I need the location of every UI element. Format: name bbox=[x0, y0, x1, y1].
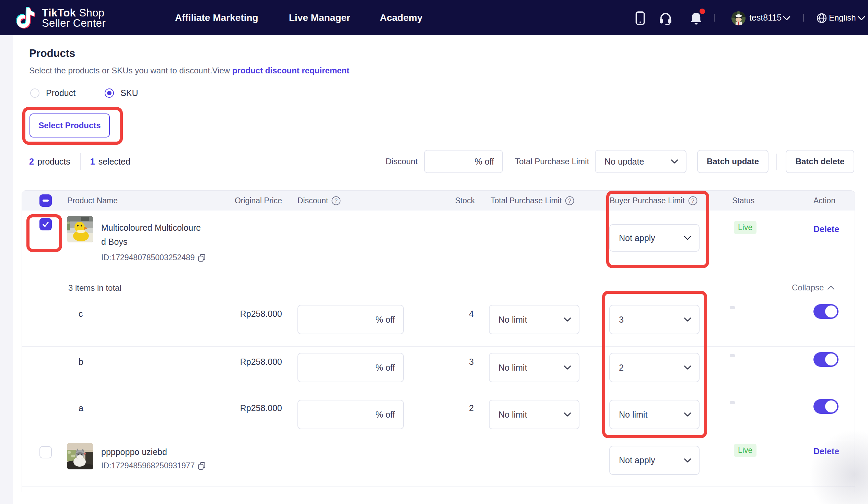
buyer-limit-value: Not apply bbox=[610, 233, 684, 243]
chevron-down-icon bbox=[684, 365, 691, 370]
batch-update-button[interactable]: Batch update bbox=[697, 150, 768, 173]
product-image-cat bbox=[67, 443, 93, 469]
select-products-button[interactable]: Select Products bbox=[30, 114, 110, 137]
page-subtitle: Select the products or SKUs you want to … bbox=[29, 66, 349, 75]
items-summary: 3 items in total bbox=[68, 283, 122, 293]
products-table: Product Name Original Price Discount ? S… bbox=[22, 190, 855, 492]
sku-buyer-purchase-limit-select[interactable]: No limit bbox=[609, 400, 700, 429]
sku-total-purchase-limit-select[interactable]: No limit bbox=[489, 400, 579, 429]
product-image-duck bbox=[67, 216, 93, 242]
help-circle-icon[interactable]: ? bbox=[688, 196, 698, 206]
chevron-down-icon bbox=[684, 235, 691, 240]
radio-product-label[interactable]: Product bbox=[46, 88, 75, 98]
col-status: Status bbox=[732, 191, 754, 210]
chevron-down-icon bbox=[564, 365, 571, 370]
sku-name: a bbox=[79, 403, 83, 413]
product-discount-requirement-link[interactable]: product discount requirement bbox=[232, 66, 349, 75]
nav-academy[interactable]: Academy bbox=[380, 0, 423, 35]
radio-product[interactable] bbox=[30, 88, 40, 98]
selected-count-label: selected bbox=[99, 157, 130, 167]
select-all-checkbox[interactable] bbox=[40, 195, 52, 207]
product-name[interactable]: ppppoppo uziebd bbox=[101, 445, 167, 459]
notification-bell-icon[interactable] bbox=[689, 12, 703, 26]
total-limit-value: No limit bbox=[489, 315, 564, 325]
svg-text:?: ? bbox=[335, 198, 338, 204]
status-placeholder-dash bbox=[730, 306, 735, 309]
status-placeholder-dash bbox=[730, 401, 735, 404]
sku-stock: 4 bbox=[434, 309, 474, 319]
discount-batch-input[interactable] bbox=[424, 150, 503, 173]
sku-row-a: a Rp258.000 2 No limit No limit bbox=[22, 394, 855, 440]
row-checkbox-checked[interactable] bbox=[40, 218, 52, 230]
radio-sku-label[interactable]: SKU bbox=[121, 88, 138, 98]
col-original-price: Original Price bbox=[200, 191, 282, 210]
buyer-purchase-limit-select[interactable]: Not apply bbox=[609, 446, 700, 475]
sku-price: Rp258.000 bbox=[200, 403, 282, 413]
buyer-limit-value: 2 bbox=[610, 363, 684, 373]
total-purchase-limit-batch-select[interactable]: No update bbox=[595, 150, 686, 173]
headset-support-icon[interactable] bbox=[659, 11, 672, 25]
sku-discount-input[interactable] bbox=[298, 400, 404, 429]
batch-delete-button[interactable]: Batch delete bbox=[786, 150, 854, 173]
help-circle-icon[interactable]: ? bbox=[331, 196, 341, 206]
product-id: ID:1729485968250931977 bbox=[101, 461, 206, 470]
sku-total-purchase-limit-select[interactable]: No limit bbox=[489, 305, 579, 334]
product-id: ID:1729480785003252489 bbox=[101, 253, 206, 262]
col-buyer-purchase-limit: Buyer Purchase Limit ? bbox=[610, 191, 698, 210]
buyer-purchase-limit-select[interactable]: Not apply bbox=[609, 224, 700, 252]
chevron-down-icon bbox=[564, 412, 571, 417]
sku-buyer-purchase-limit-select[interactable]: 2 bbox=[609, 353, 700, 382]
tiktok-shop-seller-center-page: TikTok Shop Seller Center Affiliate Mark… bbox=[0, 0, 868, 504]
discount-batch-label: Discount bbox=[386, 150, 417, 173]
chevron-up-icon bbox=[827, 285, 835, 290]
sku-active-toggle-on[interactable] bbox=[814, 304, 838, 319]
chevron-down-icon[interactable] bbox=[783, 16, 790, 21]
language-globe-icon[interactable] bbox=[817, 13, 827, 23]
toolbar-divider bbox=[776, 154, 777, 170]
delete-link[interactable]: Delete bbox=[814, 224, 839, 234]
no-update-value: No update bbox=[596, 157, 671, 167]
product-row-1: Multicoloured Multicoloure d Boys ID:172… bbox=[22, 210, 855, 272]
row-checkbox-unchecked[interactable] bbox=[40, 446, 52, 459]
product-name[interactable]: Multicoloured Multicoloure d Boys bbox=[101, 221, 201, 249]
radio-sku[interactable] bbox=[105, 88, 114, 98]
sku-discount-input[interactable] bbox=[298, 353, 404, 382]
sku-total-purchase-limit-select[interactable]: No limit bbox=[489, 353, 579, 382]
help-circle-icon[interactable]: ? bbox=[565, 196, 574, 206]
svg-text:?: ? bbox=[568, 198, 571, 204]
sku-discount-input[interactable] bbox=[298, 305, 404, 334]
sku-price: Rp258.000 bbox=[200, 357, 282, 367]
total-limit-value: No limit bbox=[489, 363, 564, 373]
sku-row-c: c Rp258.000 4 No limit 3 bbox=[22, 298, 855, 347]
sku-active-toggle-on[interactable] bbox=[814, 399, 838, 414]
language-label[interactable]: English bbox=[829, 0, 856, 35]
sku-active-toggle-on[interactable] bbox=[814, 352, 838, 367]
mobile-app-icon[interactable] bbox=[634, 11, 646, 25]
sku-row-b: b Rp258.000 3 No limit 2 bbox=[22, 347, 855, 394]
buyer-limit-value: Not apply bbox=[610, 455, 684, 465]
col-action: Action bbox=[814, 191, 835, 210]
selected-count: 1 bbox=[90, 157, 95, 167]
status-badge-live: Live bbox=[734, 444, 756, 457]
sku-stock: 3 bbox=[434, 357, 474, 367]
nav-live-manager[interactable]: Live Manager bbox=[289, 0, 350, 35]
nav-affiliate-marketing[interactable]: Affiliate Marketing bbox=[175, 0, 258, 35]
brand-wordmark[interactable]: TikTok Shop Seller Center bbox=[42, 8, 106, 29]
avatar[interactable] bbox=[732, 11, 745, 25]
chevron-down-icon[interactable] bbox=[858, 16, 865, 21]
collapse-link[interactable]: Collapse bbox=[792, 283, 835, 293]
table-header-row: Product Name Original Price Discount ? S… bbox=[22, 191, 855, 210]
copy-icon[interactable] bbox=[197, 462, 206, 470]
copy-icon[interactable] bbox=[197, 253, 206, 262]
total-limit-value: No limit bbox=[489, 410, 564, 420]
header-divider bbox=[803, 14, 804, 22]
chevron-down-icon bbox=[564, 317, 571, 322]
col-discount: Discount ? bbox=[298, 191, 341, 210]
tiktok-logo-icon[interactable] bbox=[17, 7, 35, 29]
sku-stock: 2 bbox=[434, 403, 474, 413]
chevron-down-icon bbox=[684, 317, 691, 322]
sku-buyer-purchase-limit-select[interactable]: 3 bbox=[609, 305, 700, 334]
username-label[interactable]: test8115 bbox=[749, 0, 782, 35]
svg-text:?: ? bbox=[691, 198, 694, 204]
sku-group-header: 3 items in total Collapse bbox=[22, 272, 855, 298]
